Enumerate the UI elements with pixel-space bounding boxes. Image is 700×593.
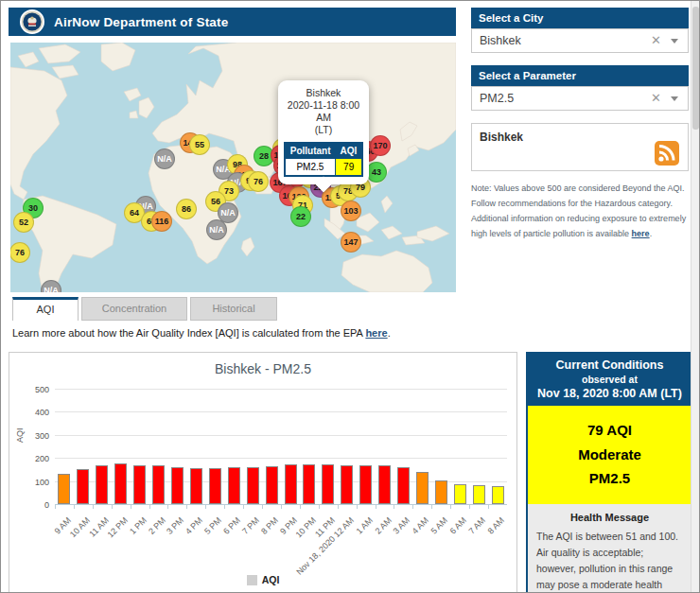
world-aqi-map[interactable]: 305276N/A14655N/AN/A98114N/A9776735686N/… [10, 43, 456, 292]
aqi-map-marker[interactable]: 76 [10, 242, 30, 263]
aqi-chart-panel: Bishkek - PM2.5 AQI 0100200300400500 9 A… [9, 352, 517, 593]
aqi-bar [492, 486, 504, 504]
feed-city-label: Bishkek [480, 131, 523, 144]
health-message-text: The AQI is between 51 and 100. Air quali… [536, 529, 683, 593]
aqi-bar [303, 464, 315, 504]
aqi-map-marker[interactable]: 103 [341, 201, 361, 221]
aqi-map-marker[interactable]: 52 [13, 212, 34, 233]
tab-aqi[interactable]: AQI [12, 297, 79, 321]
chart-plot-area [55, 389, 507, 504]
bar-slot [112, 389, 131, 504]
rss-icon[interactable] [655, 141, 679, 166]
window-scrollbar[interactable] [691, 1, 699, 593]
bar-slot [281, 389, 300, 504]
bar-slot [338, 389, 357, 504]
aqi-bar [266, 466, 278, 504]
bar-slot [168, 389, 187, 504]
bar-slot [186, 389, 205, 504]
tab-bar: AQI Concentration Historical [12, 297, 277, 321]
aqi-map-marker[interactable]: N/A [206, 219, 227, 240]
health-message-section: Health Message The AQI is between 51 and… [528, 504, 691, 593]
select-parameter-header: Select a Parameter [471, 65, 689, 86]
scrollbar-thumb[interactable] [692, 7, 699, 130]
aqi-bar [96, 465, 108, 504]
aqi-map-marker[interactable]: 86 [176, 199, 197, 219]
chart-title: Bishkek - PM2.5 [9, 361, 516, 376]
tab-concentration[interactable]: Concentration [81, 297, 187, 321]
y-tick-label: 500 [17, 385, 49, 394]
aqi-bar [435, 480, 447, 504]
chart-bars [55, 389, 507, 504]
map-popup: Bishkek 2020-11-18 8:00 AM (LT) Pollutan… [278, 80, 369, 184]
aqi-map-marker[interactable]: 43 [366, 162, 387, 183]
app-header: AirNow Department of State [9, 8, 456, 36]
feed-box: Bishkek [471, 123, 689, 171]
bar-slot [431, 389, 450, 504]
bar-slot [243, 389, 262, 504]
city-select[interactable]: Bishkek ✕ [471, 28, 689, 53]
aqi-bar [114, 463, 127, 504]
x-tick-label: 8 AM [499, 510, 519, 527]
bar-slot [224, 389, 243, 504]
parameter-select[interactable]: PM2.5 ✕ [471, 86, 689, 111]
popup-pollutant-value: PM2.5 [285, 158, 336, 176]
legend-swatch [247, 575, 257, 585]
airnow-page: AirNow Department of State [0, 0, 700, 593]
parameter-clear-icon[interactable]: ✕ [651, 87, 661, 110]
popup-pollutant-header: Pollutant [285, 143, 336, 159]
chart-x-ticks [55, 505, 507, 509]
popup-table: Pollutant AQI PM2.5 79 [284, 142, 364, 177]
city-select-value: Bishkek [480, 34, 521, 47]
y-tick-label: 100 [17, 478, 49, 487]
aqi-map-marker[interactable]: 116 [151, 211, 172, 232]
aqi-bar [133, 465, 146, 504]
note-here-link[interactable]: here [632, 229, 650, 238]
state-department-seal-icon [20, 9, 44, 34]
bar-slot [357, 389, 376, 504]
city-caret-icon[interactable] [671, 39, 678, 44]
bar-slot [55, 389, 74, 504]
popup-city: Bishkek [282, 87, 365, 99]
popup-aqi-value: 79 [336, 158, 363, 176]
aqi-map-marker[interactable]: 76 [248, 171, 269, 192]
learn-more-here-link[interactable]: here [365, 327, 387, 339]
conditions-subtitle: observed at [530, 374, 690, 385]
aqi-bar [209, 468, 221, 504]
y-tick-label: 300 [17, 431, 49, 441]
chart-x-labels: 9 AM10 AM11 AM12 PM1 PM2 PM3 PM4 PM5 PM6… [55, 510, 507, 567]
aqi-bar [416, 472, 429, 504]
aqi-map-marker[interactable]: 147 [341, 232, 361, 253]
current-conditions-header: Current Conditions observed at Nov 18, 2… [528, 354, 691, 406]
aqi-bar [152, 465, 165, 504]
bar-slot [93, 389, 112, 504]
conditions-category: Moderate [528, 443, 691, 467]
popup-timezone: (LT) [282, 124, 365, 136]
aqi-map-marker[interactable]: N/A [154, 148, 175, 169]
bar-slot [319, 389, 338, 504]
aqi-bar [171, 467, 184, 504]
popup-datetime: 2020-11-18 8:00 AM [282, 99, 365, 124]
parameter-caret-icon[interactable] [671, 96, 678, 101]
bar-slot [149, 389, 168, 504]
city-clear-icon[interactable]: ✕ [651, 29, 661, 52]
bar-slot [74, 389, 93, 504]
current-conditions-panel: Current Conditions observed at Nov 18, 2… [526, 352, 693, 593]
popup-aqi-header: AQI [336, 143, 363, 159]
legend-label: AQI [262, 574, 280, 585]
aqi-map-marker[interactable]: 170 [370, 135, 391, 156]
bar-slot [488, 389, 507, 504]
tab-historical[interactable]: Historical [190, 297, 277, 321]
aqi-map-marker[interactable]: 55 [189, 134, 210, 155]
aqi-map-marker[interactable]: 22 [290, 206, 311, 227]
aqi-bar [228, 467, 240, 504]
conditions-title: Current Conditions [530, 358, 690, 372]
aqi-bar [322, 464, 334, 504]
chart-legend: AQI [9, 574, 516, 585]
conditions-pollutant: PM2.5 [528, 466, 691, 491]
conditions-datetime: Nov 18, 2020 8:00 AM (LT) [530, 387, 690, 400]
aqi-bar [58, 474, 70, 504]
aqi-bar [454, 484, 466, 504]
bar-slot [394, 389, 413, 504]
aqi-bar [473, 485, 485, 504]
aqi-bar [378, 465, 391, 504]
